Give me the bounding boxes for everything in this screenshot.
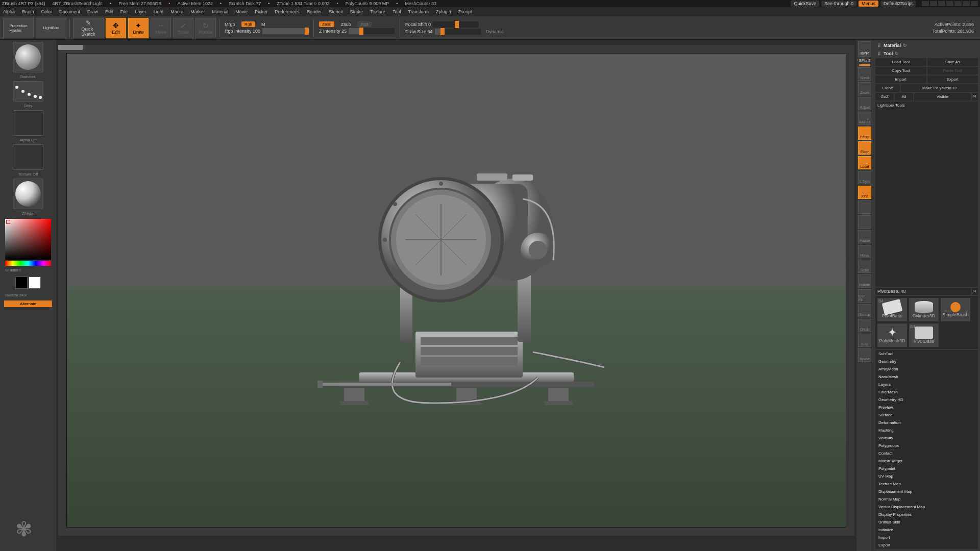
nav-xpose-button[interactable]: Xpose (858, 348, 871, 362)
nav-aahalf-button[interactable]: AAHalf (858, 112, 871, 125)
edit-mode-button[interactable]: ✥Edit (106, 18, 126, 38)
menu-color[interactable]: Color (41, 9, 53, 14)
menu-layer[interactable]: Layer (135, 9, 146, 14)
section-geometry-hd[interactable]: Geometry HD (875, 396, 978, 404)
tool-thumb[interactable]: SimpleBrush (941, 298, 970, 321)
zsub-label[interactable]: Zsub (341, 22, 351, 27)
nav-move-button[interactable]: Move (858, 245, 871, 258)
nav-persp-button[interactable]: Persp (858, 127, 871, 140)
copy-tool-button[interactable]: Copy Tool (875, 67, 926, 74)
menu-draw[interactable]: Draw (87, 9, 98, 14)
menu-transform[interactable]: Transform (408, 9, 429, 14)
section-nanomesh[interactable]: NanoMesh (875, 373, 978, 381)
minimize-icon[interactable] (954, 1, 962, 6)
section-contact[interactable]: Contact (875, 449, 978, 457)
stroke-thumbnail[interactable] (13, 81, 43, 102)
menu-movie[interactable]: Movie (235, 9, 248, 14)
quicksketch-button[interactable]: ✎Quick Sketch (73, 18, 104, 38)
goz-all-button[interactable]: All (895, 93, 913, 101)
palette-icon[interactable] (922, 1, 929, 6)
menu-brush[interactable]: Brush (22, 9, 34, 14)
menu-zscript[interactable]: Zscript (458, 9, 472, 14)
menu-marker[interactable]: Marker (190, 9, 205, 14)
import-button[interactable]: Import (875, 76, 926, 83)
nav-zoom-button[interactable]: Zoom (858, 82, 871, 95)
material-thumbnail[interactable] (13, 179, 43, 209)
nav-scale-button[interactable]: Scale (858, 260, 871, 273)
mrgb-label[interactable]: Mrgb (225, 22, 235, 27)
save-as-button[interactable]: Save As (927, 58, 978, 66)
tool-thumb[interactable]: 84PivotBase (909, 323, 939, 347)
scale-mode-button[interactable]: ⤢Scale (173, 18, 193, 38)
section-texture-map[interactable]: Texture Map (875, 480, 978, 488)
nav-blank-button[interactable] (858, 215, 871, 229)
menu-render[interactable]: Render (307, 9, 322, 14)
switch-color-button[interactable]: SwitchColor (2, 293, 54, 297)
lightbox-button[interactable]: LightBox (36, 18, 66, 38)
tool-thumb[interactable]: ✦PolyMesh3D (877, 323, 907, 347)
paste-tool-button[interactable]: Paste Tool (927, 67, 978, 74)
goz-visible-button[interactable]: Visible (914, 93, 971, 101)
section-layers[interactable]: Layers (875, 381, 978, 388)
menu-macro[interactable]: Macro (170, 9, 183, 14)
see-through-slider[interactable]: See-through 0 (821, 1, 856, 7)
section-polygroups[interactable]: Polygroups (875, 442, 978, 449)
rgb-intensity-slider[interactable] (262, 28, 308, 34)
menu-edit[interactable]: Edit (105, 9, 113, 14)
menu-stencil[interactable]: Stencil (329, 9, 342, 14)
close-icon[interactable] (971, 1, 978, 6)
gradient-label[interactable]: Gradient (2, 268, 54, 272)
make-polymesh-button[interactable]: Make PolyMesh3D (901, 84, 978, 92)
load-tool-button[interactable]: Load Tool (875, 58, 926, 66)
goz-button[interactable]: GoZ (875, 93, 894, 101)
section-fibermesh[interactable]: FiberMesh (875, 388, 978, 396)
menu-file[interactable]: File (120, 9, 128, 14)
menu-tool[interactable]: Tool (393, 9, 401, 14)
alternate-button[interactable]: Alternate (4, 300, 52, 307)
palette-icon[interactable] (946, 1, 953, 6)
section-import[interactable]: Import (875, 534, 978, 541)
nav-ghost-button[interactable]: Ghost (858, 319, 871, 332)
menu-texture[interactable]: Texture (370, 9, 385, 14)
alpha-thumbnail[interactable] (13, 110, 43, 136)
nav-transp-button[interactable]: Transp (858, 304, 871, 317)
spix-label[interactable]: SPix 3 (858, 58, 871, 63)
section-display-properties[interactable]: Display Properties (875, 511, 978, 518)
m-label[interactable]: M (261, 22, 265, 27)
section-vector-displacement-map[interactable]: Vector Displacement Map (875, 503, 978, 511)
draw-size-slider[interactable] (435, 29, 481, 35)
section-displacement-map[interactable]: Displacement Map (875, 488, 978, 495)
section-morph-target[interactable]: Morph Target (875, 457, 978, 465)
nav-floor-button[interactable]: Floor (858, 141, 871, 155)
nav-line-fill-button[interactable]: Line Fill (858, 289, 871, 303)
section-visibility[interactable]: Visibility (875, 434, 978, 442)
menus-button[interactable]: Menus (859, 1, 878, 7)
section-polypaint[interactable]: Polypaint (875, 465, 978, 472)
nav-local-button[interactable]: Local (858, 156, 871, 169)
color-picker[interactable] (2, 218, 54, 266)
rgb-button[interactable]: Rgb (241, 21, 255, 27)
menu-material[interactable]: Material (212, 9, 228, 14)
projection-master-button[interactable]: Projection Master (3, 18, 34, 38)
section-unified-skin[interactable]: Unified Skin (875, 518, 978, 526)
lightbox-tools-button[interactable]: Lightbox› Tools (875, 102, 978, 287)
canvas-timeline[interactable] (58, 45, 83, 50)
section-subtool[interactable]: SubTool (875, 350, 978, 358)
menu-light[interactable]: Light (154, 9, 164, 14)
clone-button[interactable]: Clone (875, 84, 900, 92)
move-mode-button[interactable]: ↔Move (151, 18, 171, 38)
focal-shift-slider[interactable] (433, 21, 479, 28)
maximize-icon[interactable] (963, 1, 970, 6)
tool-thumb[interactable]: 84PivotBase (877, 298, 907, 321)
viewport[interactable] (66, 53, 846, 528)
dynamic-label[interactable]: Dynamic (486, 29, 504, 34)
zcut-label[interactable]: Zcut (357, 21, 372, 27)
palette-icon[interactable] (938, 1, 945, 6)
rotate-mode-button[interactable]: ↻Rotate (195, 18, 216, 38)
menu-document[interactable]: Document (59, 9, 80, 14)
color-swatches[interactable] (15, 277, 41, 289)
section-normal-map[interactable]: Normal Map (875, 495, 978, 503)
material-palette-header[interactable]: Material↻ (875, 42, 978, 49)
tool-thumb[interactable]: Cylinder3D (909, 298, 939, 321)
default-script[interactable]: DefaultZScript (880, 1, 916, 7)
